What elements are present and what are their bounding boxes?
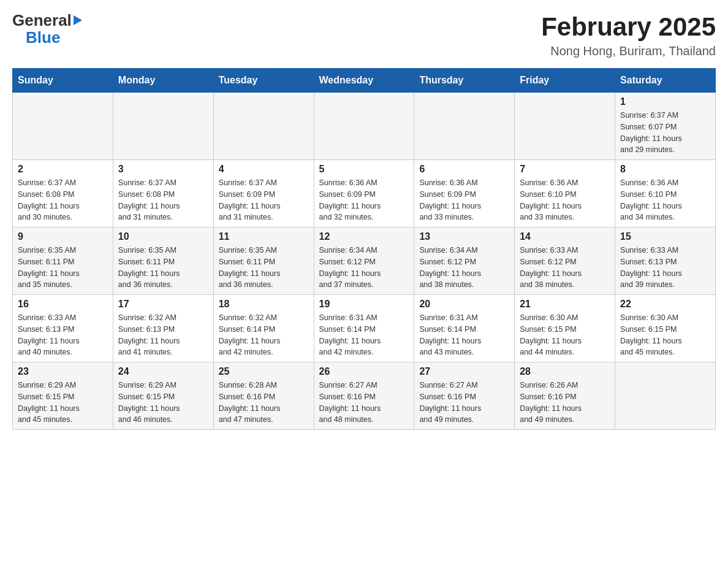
header-friday: Friday — [515, 69, 615, 93]
day-number: 18 — [219, 299, 309, 310]
day-number: 13 — [419, 231, 509, 242]
day-info: Sunrise: 6:35 AMSunset: 6:11 PMDaylight:… — [118, 245, 208, 291]
calendar-day-cell: 6Sunrise: 6:36 AMSunset: 6:09 PMDaylight… — [414, 160, 515, 228]
day-number: 9 — [18, 231, 108, 242]
header-wednesday: Wednesday — [314, 69, 414, 93]
calendar-day-cell: 22Sunrise: 6:30 AMSunset: 6:15 PMDayligh… — [615, 295, 716, 362]
day-info: Sunrise: 6:36 AMSunset: 6:10 PMDaylight:… — [620, 177, 710, 223]
calendar-day-cell: 26Sunrise: 6:27 AMSunset: 6:16 PMDayligh… — [314, 362, 414, 430]
calendar-day-cell — [314, 93, 414, 160]
day-number: 2 — [18, 164, 108, 175]
header-tuesday: Tuesday — [213, 69, 314, 93]
day-number: 8 — [620, 164, 710, 175]
day-number: 7 — [520, 164, 610, 175]
calendar-day-cell: 16Sunrise: 6:33 AMSunset: 6:13 PMDayligh… — [13, 295, 113, 362]
day-number: 5 — [319, 164, 409, 175]
calendar-day-cell: 17Sunrise: 6:32 AMSunset: 6:13 PMDayligh… — [113, 295, 213, 362]
calendar-week-row: 23Sunrise: 6:29 AMSunset: 6:15 PMDayligh… — [13, 362, 716, 430]
calendar-day-cell: 19Sunrise: 6:31 AMSunset: 6:14 PMDayligh… — [314, 295, 414, 362]
calendar-table: Sunday Monday Tuesday Wednesday Thursday… — [12, 68, 716, 430]
day-number: 6 — [419, 164, 509, 175]
day-info: Sunrise: 6:37 AMSunset: 6:08 PMDaylight:… — [18, 177, 108, 223]
day-info: Sunrise: 6:37 AMSunset: 6:07 PMDaylight:… — [620, 110, 710, 156]
day-info: Sunrise: 6:29 AMSunset: 6:15 PMDaylight:… — [118, 380, 208, 426]
day-info: Sunrise: 6:34 AMSunset: 6:12 PMDaylight:… — [319, 245, 409, 291]
day-info: Sunrise: 6:33 AMSunset: 6:12 PMDaylight:… — [520, 245, 610, 291]
day-info: Sunrise: 6:36 AMSunset: 6:09 PMDaylight:… — [319, 177, 409, 223]
calendar-day-cell: 8Sunrise: 6:36 AMSunset: 6:10 PMDaylight… — [615, 160, 716, 228]
day-number: 23 — [18, 366, 108, 377]
page-header: General Blue February 2025 Nong Hong, Bu… — [12, 12, 716, 58]
header-sunday: Sunday — [13, 69, 113, 93]
day-info: Sunrise: 6:37 AMSunset: 6:09 PMDaylight:… — [219, 177, 309, 223]
calendar-day-cell: 20Sunrise: 6:31 AMSunset: 6:14 PMDayligh… — [414, 295, 515, 362]
day-info: Sunrise: 6:34 AMSunset: 6:12 PMDaylight:… — [419, 245, 509, 291]
day-info: Sunrise: 6:32 AMSunset: 6:13 PMDaylight:… — [118, 312, 208, 358]
day-info: Sunrise: 6:31 AMSunset: 6:14 PMDaylight:… — [419, 312, 509, 358]
day-info: Sunrise: 6:33 AMSunset: 6:13 PMDaylight:… — [620, 245, 710, 291]
day-number: 28 — [520, 366, 610, 377]
logo-general-text: General — [12, 12, 72, 28]
day-info: Sunrise: 6:26 AMSunset: 6:16 PMDaylight:… — [520, 380, 610, 426]
day-number: 26 — [319, 366, 409, 377]
weekday-header-row: Sunday Monday Tuesday Wednesday Thursday… — [13, 69, 716, 93]
day-number: 27 — [419, 366, 509, 377]
calendar-day-cell: 27Sunrise: 6:27 AMSunset: 6:16 PMDayligh… — [414, 362, 515, 430]
day-number: 12 — [319, 231, 409, 242]
day-info: Sunrise: 6:36 AMSunset: 6:10 PMDaylight:… — [520, 177, 610, 223]
day-number: 17 — [118, 299, 208, 310]
day-number: 24 — [118, 366, 208, 377]
calendar-subtitle: Nong Hong, Buriram, Thailand — [541, 44, 716, 58]
day-info: Sunrise: 6:33 AMSunset: 6:13 PMDaylight:… — [18, 312, 108, 358]
calendar-day-cell: 28Sunrise: 6:26 AMSunset: 6:16 PMDayligh… — [515, 362, 615, 430]
calendar-day-cell: 12Sunrise: 6:34 AMSunset: 6:12 PMDayligh… — [314, 228, 414, 295]
calendar-day-cell: 3Sunrise: 6:37 AMSunset: 6:08 PMDaylight… — [113, 160, 213, 228]
day-info: Sunrise: 6:35 AMSunset: 6:11 PMDaylight:… — [18, 245, 108, 291]
day-info: Sunrise: 6:31 AMSunset: 6:14 PMDaylight:… — [319, 312, 409, 358]
day-number: 14 — [520, 231, 610, 242]
day-number: 10 — [118, 231, 208, 242]
calendar-day-cell: 24Sunrise: 6:29 AMSunset: 6:15 PMDayligh… — [113, 362, 213, 430]
day-info: Sunrise: 6:35 AMSunset: 6:11 PMDaylight:… — [219, 245, 309, 291]
title-block: February 2025 Nong Hong, Buriram, Thaila… — [541, 12, 716, 58]
calendar-day-cell: 5Sunrise: 6:36 AMSunset: 6:09 PMDaylight… — [314, 160, 414, 228]
day-number: 16 — [18, 299, 108, 310]
day-number: 19 — [319, 299, 409, 310]
calendar-day-cell — [515, 93, 615, 160]
day-number: 3 — [118, 164, 208, 175]
day-info: Sunrise: 6:30 AMSunset: 6:15 PMDaylight:… — [620, 312, 710, 358]
day-info: Sunrise: 6:28 AMSunset: 6:16 PMDaylight:… — [219, 380, 309, 426]
logo-triangle-icon — [74, 15, 82, 25]
day-number: 1 — [620, 96, 710, 107]
day-number: 25 — [219, 366, 309, 377]
calendar-day-cell — [13, 93, 113, 160]
day-info: Sunrise: 6:37 AMSunset: 6:08 PMDaylight:… — [118, 177, 208, 223]
day-number: 11 — [219, 231, 309, 242]
day-number: 15 — [620, 231, 710, 242]
header-thursday: Thursday — [414, 69, 515, 93]
calendar-day-cell — [615, 362, 716, 430]
calendar-day-cell: 11Sunrise: 6:35 AMSunset: 6:11 PMDayligh… — [213, 228, 314, 295]
calendar-week-row: 1Sunrise: 6:37 AMSunset: 6:07 PMDaylight… — [13, 93, 716, 160]
day-info: Sunrise: 6:32 AMSunset: 6:14 PMDaylight:… — [219, 312, 309, 358]
calendar-day-cell: 15Sunrise: 6:33 AMSunset: 6:13 PMDayligh… — [615, 228, 716, 295]
calendar-day-cell: 23Sunrise: 6:29 AMSunset: 6:15 PMDayligh… — [13, 362, 113, 430]
calendar-day-cell: 10Sunrise: 6:35 AMSunset: 6:11 PMDayligh… — [113, 228, 213, 295]
day-info: Sunrise: 6:29 AMSunset: 6:15 PMDaylight:… — [18, 380, 108, 426]
calendar-week-row: 2Sunrise: 6:37 AMSunset: 6:08 PMDaylight… — [13, 160, 716, 228]
calendar-week-row: 16Sunrise: 6:33 AMSunset: 6:13 PMDayligh… — [13, 295, 716, 362]
calendar-header: Sunday Monday Tuesday Wednesday Thursday… — [13, 69, 716, 93]
header-monday: Monday — [113, 69, 213, 93]
day-number: 20 — [419, 299, 509, 310]
calendar-day-cell: 7Sunrise: 6:36 AMSunset: 6:10 PMDaylight… — [515, 160, 615, 228]
calendar-day-cell — [113, 93, 213, 160]
header-saturday: Saturday — [615, 69, 716, 93]
day-info: Sunrise: 6:27 AMSunset: 6:16 PMDaylight:… — [419, 380, 509, 426]
calendar-body: 1Sunrise: 6:37 AMSunset: 6:07 PMDaylight… — [13, 93, 716, 430]
day-number: 21 — [520, 299, 610, 310]
calendar-day-cell: 13Sunrise: 6:34 AMSunset: 6:12 PMDayligh… — [414, 228, 515, 295]
day-number: 4 — [219, 164, 309, 175]
calendar-day-cell — [213, 93, 314, 160]
calendar-day-cell: 21Sunrise: 6:30 AMSunset: 6:15 PMDayligh… — [515, 295, 615, 362]
calendar-title: February 2025 — [541, 12, 716, 42]
